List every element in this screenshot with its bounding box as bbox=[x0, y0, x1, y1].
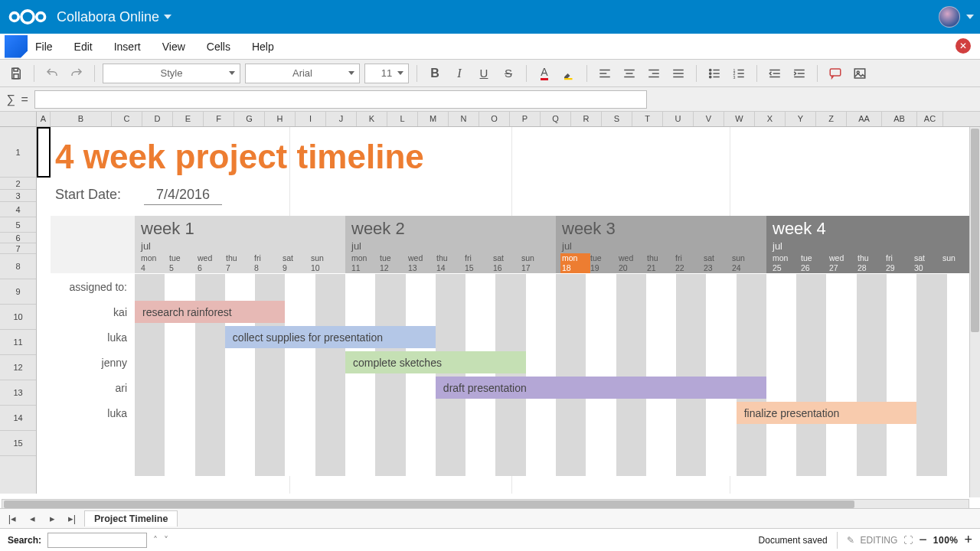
col-header-B[interactable]: B bbox=[51, 112, 112, 126]
col-header-L[interactable]: L bbox=[387, 112, 418, 126]
task-bar[interactable]: collect supplies for presentation bbox=[225, 326, 436, 348]
align-left-button[interactable] bbox=[595, 64, 615, 83]
col-header-V[interactable]: V bbox=[694, 112, 724, 126]
task-bar[interactable]: draft presentation bbox=[436, 377, 766, 399]
save-icon[interactable] bbox=[6, 64, 26, 83]
col-header-U[interactable]: U bbox=[663, 112, 694, 126]
menu-edit[interactable]: Edit bbox=[74, 41, 93, 53]
col-header-A[interactable]: A bbox=[37, 112, 51, 126]
col-header-Z[interactable]: Z bbox=[816, 112, 847, 126]
undo-icon[interactable] bbox=[42, 64, 62, 83]
col-header-AA[interactable]: AA bbox=[847, 112, 882, 126]
close-document-button[interactable]: ✕ bbox=[956, 38, 971, 54]
col-header-AC[interactable]: AC bbox=[917, 112, 943, 126]
col-header-C[interactable]: C bbox=[112, 112, 142, 126]
bullet-list-button[interactable] bbox=[704, 64, 724, 83]
insert-comment-button[interactable] bbox=[825, 64, 845, 83]
font-selector[interactable]: Arial bbox=[245, 64, 360, 83]
col-header-H[interactable]: H bbox=[265, 112, 296, 126]
task-bar[interactable]: complete sketches bbox=[345, 351, 526, 373]
row-header-3[interactable]: 3 bbox=[0, 190, 36, 202]
style-selector[interactable]: Style bbox=[103, 64, 240, 83]
col-header-F[interactable]: F bbox=[204, 112, 234, 126]
row-header-1[interactable]: 1 bbox=[0, 127, 36, 178]
col-header-D[interactable]: D bbox=[142, 112, 173, 126]
search-next-icon[interactable]: ˅ bbox=[164, 535, 168, 546]
align-center-button[interactable] bbox=[619, 64, 639, 83]
col-header-P[interactable]: P bbox=[510, 112, 541, 126]
insert-image-button[interactable] bbox=[850, 64, 870, 83]
highlight-color-button[interactable] bbox=[559, 64, 579, 83]
col-header-W[interactable]: W bbox=[724, 112, 755, 126]
sheet-last-button[interactable]: ▸| bbox=[64, 511, 80, 527]
col-header-K[interactable]: K bbox=[357, 112, 387, 126]
col-header-E[interactable]: E bbox=[173, 112, 204, 126]
avatar[interactable] bbox=[939, 6, 960, 28]
sheet-prev-button[interactable]: ◂ bbox=[24, 511, 40, 527]
col-header-R[interactable]: R bbox=[571, 112, 602, 126]
search-input[interactable] bbox=[47, 533, 147, 548]
col-header-J[interactable]: J bbox=[326, 112, 357, 126]
bold-button[interactable]: B bbox=[425, 64, 445, 83]
align-right-button[interactable] bbox=[644, 64, 664, 83]
sheet-tab[interactable]: Project Timeline bbox=[84, 510, 178, 527]
zoom-level[interactable]: 100% bbox=[933, 535, 959, 546]
menu-cells[interactable]: Cells bbox=[207, 41, 230, 53]
function-wizard-icon[interactable]: ∑ bbox=[6, 93, 15, 106]
row-header-10[interactable]: 10 bbox=[0, 305, 36, 330]
spreadsheet-cells[interactable]: 4 week project timeline Start Date: 7/4/… bbox=[37, 127, 980, 494]
menu-help[interactable]: Help bbox=[252, 41, 274, 53]
col-header-X[interactable]: X bbox=[755, 112, 786, 126]
col-header-T[interactable]: T bbox=[632, 112, 663, 126]
row-header-6[interactable]: 6 bbox=[0, 233, 36, 243]
user-menu-caret-icon[interactable] bbox=[966, 15, 974, 19]
row-header-11[interactable]: 11 bbox=[0, 330, 36, 355]
sheet-first-button[interactable]: |◂ bbox=[5, 511, 20, 527]
row-header-2[interactable]: 2 bbox=[0, 178, 36, 190]
select-all-corner[interactable] bbox=[0, 112, 37, 126]
col-header-N[interactable]: N bbox=[449, 112, 479, 126]
underline-button[interactable]: U bbox=[474, 64, 494, 83]
col-header-G[interactable]: G bbox=[234, 112, 265, 126]
row-header-12[interactable]: 12 bbox=[0, 355, 36, 380]
row-header-4[interactable]: 4 bbox=[0, 202, 36, 217]
italic-button[interactable]: I bbox=[449, 64, 469, 83]
menu-view[interactable]: View bbox=[162, 41, 185, 53]
align-justify-button[interactable] bbox=[668, 64, 688, 83]
col-header-I[interactable]: I bbox=[296, 112, 326, 126]
indent-increase-button[interactable] bbox=[789, 64, 809, 83]
font-size-selector[interactable]: 11 bbox=[364, 64, 409, 83]
row-header-15[interactable]: 15 bbox=[0, 431, 36, 456]
redo-icon[interactable] bbox=[67, 64, 87, 83]
zoom-in-button[interactable]: + bbox=[964, 532, 972, 548]
col-header-M[interactable]: M bbox=[418, 112, 449, 126]
row-header-5[interactable]: 5 bbox=[0, 217, 36, 233]
col-header-S[interactable]: S bbox=[602, 112, 632, 126]
row-header-9[interactable]: 9 bbox=[0, 279, 36, 305]
app-menu-caret-icon[interactable] bbox=[164, 15, 172, 19]
fit-page-icon[interactable]: ⛶ bbox=[903, 535, 913, 546]
vertical-scrollbar[interactable] bbox=[969, 127, 980, 497]
row-header-8[interactable]: 8 bbox=[0, 254, 36, 279]
formula-input[interactable] bbox=[34, 90, 647, 109]
menu-file[interactable]: File bbox=[35, 41, 53, 53]
col-header-O[interactable]: O bbox=[479, 112, 510, 126]
col-header-Y[interactable]: Y bbox=[786, 112, 816, 126]
indent-decrease-button[interactable] bbox=[765, 64, 785, 83]
col-header-Q[interactable]: Q bbox=[541, 112, 571, 126]
row-header-13[interactable]: 13 bbox=[0, 380, 36, 406]
number-list-button[interactable]: 123 bbox=[729, 64, 749, 83]
task-bar[interactable]: research rainforest bbox=[135, 301, 285, 323]
col-header-AB[interactable]: AB bbox=[882, 112, 917, 126]
sheet-next-button[interactable]: ▸ bbox=[44, 511, 60, 527]
zoom-out-button[interactable]: − bbox=[919, 532, 927, 548]
svg-rect-13 bbox=[854, 69, 865, 78]
search-prev-icon[interactable]: ˄ bbox=[153, 535, 158, 546]
row-header-14[interactable]: 14 bbox=[0, 406, 36, 431]
task-bar[interactable]: finalize presentation bbox=[737, 402, 917, 424]
font-color-button[interactable]: A bbox=[534, 64, 554, 83]
menu-insert[interactable]: Insert bbox=[114, 41, 141, 53]
row-header-7[interactable]: 7 bbox=[0, 243, 36, 254]
strikethrough-button[interactable]: S bbox=[498, 64, 518, 83]
app-name[interactable]: Collabora Online bbox=[57, 9, 159, 25]
